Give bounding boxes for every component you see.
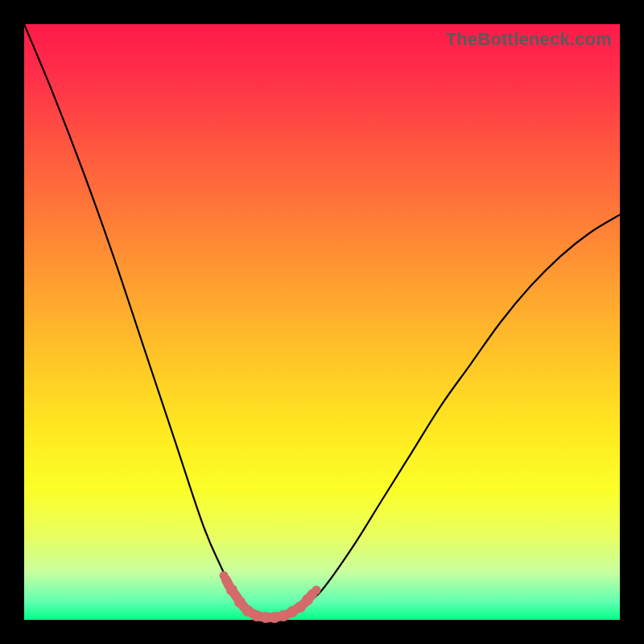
- curve-marker-segment: [297, 596, 312, 610]
- curve-marker: [287, 606, 298, 617]
- curve-marker-segment: [236, 599, 251, 614]
- curve-marker-segment: [220, 573, 236, 592]
- curve-marker-segment: [290, 603, 303, 617]
- chart-container: TheBottleneck.com: [0, 0, 644, 644]
- curve-marker: [234, 597, 246, 608]
- curve-marker: [312, 586, 320, 595]
- bottleneck-curve: [24, 24, 620, 620]
- curve-markers: [24, 24, 620, 620]
- curve-marker-segment: [282, 608, 295, 621]
- curve-marker-segment: [266, 613, 275, 622]
- curve-marker: [251, 610, 262, 621]
- curve-marker: [219, 571, 228, 580]
- curve-marker: [242, 605, 254, 617]
- curve-marker: [269, 612, 280, 623]
- curve-marker: [295, 601, 306, 613]
- plot-area: TheBottleneck.com: [24, 24, 620, 620]
- watermark-text: TheBottleneck.com: [446, 29, 612, 50]
- curve-marker: [260, 612, 271, 623]
- curve-marker: [302, 594, 313, 605]
- curve-marker-segment: [255, 611, 266, 622]
- curve-marker-segment: [274, 611, 284, 622]
- curve-marker: [278, 610, 289, 621]
- curve-marker: [226, 584, 237, 596]
- curve-marker-segment: [304, 587, 320, 603]
- curve-marker-segment: [228, 588, 244, 605]
- curve-marker-segment: [246, 607, 259, 621]
